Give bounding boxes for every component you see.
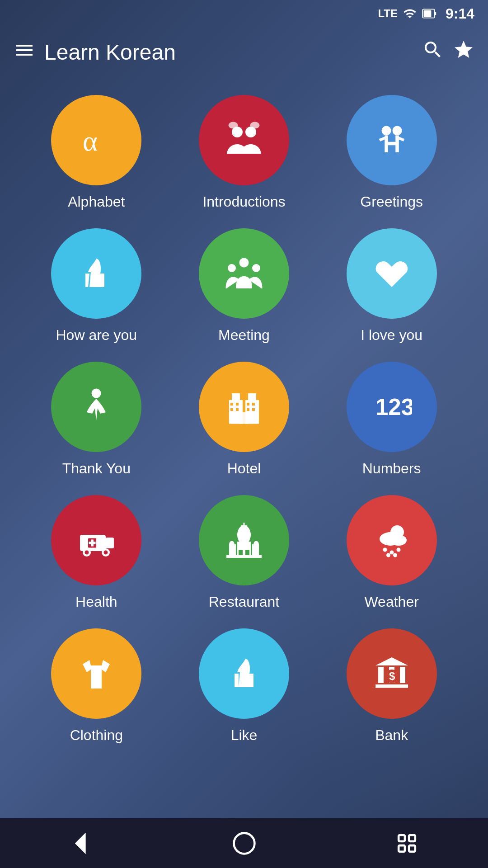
clothing-label: Clothing — [70, 727, 123, 744]
svg-rect-71 — [399, 835, 405, 841]
thank-you-label: Thank You — [62, 460, 131, 477]
numbers-icon: 123 — [347, 362, 437, 452]
grid-item-hotel[interactable]: Hotel — [175, 362, 314, 477]
svg-rect-51 — [239, 550, 243, 555]
like-icon — [199, 628, 289, 719]
svg-point-18 — [92, 389, 101, 398]
grid-item-introductions[interactable]: Introductions — [175, 95, 314, 210]
navigation-bar — [0, 818, 488, 868]
back-button[interactable] — [63, 825, 99, 861]
svg-point-36 — [85, 551, 89, 555]
svg-point-16 — [228, 264, 236, 272]
grid-item-i-love-you[interactable]: I love you — [322, 228, 461, 344]
grid-item-clothing[interactable]: Clothing — [27, 628, 166, 744]
svg-rect-41 — [89, 542, 96, 544]
svg-rect-65 — [400, 667, 405, 683]
svg-rect-25 — [230, 408, 233, 411]
svg-rect-27 — [247, 403, 249, 406]
status-icons: LTE — [378, 7, 438, 20]
svg-text:123: 123 — [375, 394, 412, 420]
svg-point-42 — [237, 525, 251, 544]
hotel-icon — [199, 362, 289, 452]
restaurant-icon — [199, 495, 289, 585]
numbers-label: Numbers — [362, 460, 421, 477]
meeting-label: Meeting — [218, 327, 270, 344]
how-are-you-icon — [51, 228, 141, 319]
svg-rect-72 — [409, 835, 415, 841]
svg-rect-21 — [232, 393, 240, 401]
svg-point-60 — [393, 553, 397, 557]
svg-rect-73 — [399, 845, 405, 852]
svg-rect-30 — [252, 408, 255, 411]
svg-rect-61 — [235, 674, 239, 687]
i-love-you-label: I love you — [361, 327, 422, 344]
bank-label: Bank — [375, 727, 408, 744]
svg-point-38 — [104, 551, 108, 555]
menu-button[interactable] — [14, 39, 35, 65]
svg-text:$: $ — [389, 670, 395, 682]
svg-rect-63 — [378, 667, 384, 683]
grid-item-greetings[interactable]: Greetings — [322, 95, 461, 210]
svg-point-47 — [229, 541, 235, 548]
grid-item-thank-you[interactable]: Thank You — [27, 362, 166, 477]
battery-icon — [422, 7, 438, 20]
meeting-icon — [199, 228, 289, 319]
weather-icon — [347, 495, 437, 585]
introductions-icon — [199, 95, 289, 185]
bank-icon: $ — [347, 628, 437, 719]
i-love-you-icon — [347, 228, 437, 319]
grid-item-bank[interactable]: $ Bank — [322, 628, 461, 744]
home-button[interactable] — [226, 825, 262, 861]
svg-point-15 — [239, 258, 249, 268]
svg-point-58 — [396, 548, 400, 552]
restaurant-label: Restaurant — [209, 594, 280, 610]
svg-rect-52 — [245, 550, 249, 555]
svg-rect-46 — [226, 555, 262, 558]
svg-point-59 — [386, 553, 390, 557]
search-button[interactable] — [422, 39, 444, 65]
svg-point-55 — [390, 535, 407, 546]
svg-rect-26 — [236, 408, 239, 411]
signal-icon — [403, 7, 417, 20]
svg-rect-22 — [248, 393, 256, 401]
svg-marker-62 — [375, 657, 408, 665]
category-grid: α Alphabet Introductions — [0, 77, 488, 762]
grid-item-alphabet[interactable]: α Alphabet — [27, 95, 166, 210]
greetings-icon — [347, 95, 437, 185]
favorites-button[interactable] — [453, 39, 474, 65]
clock: 9:14 — [446, 5, 474, 22]
svg-point-56 — [383, 548, 387, 552]
svg-rect-50 — [243, 523, 244, 527]
svg-point-6 — [228, 122, 238, 129]
page-title: Learn Korean — [44, 40, 413, 65]
grid-item-numbers[interactable]: 123 Numbers — [322, 362, 461, 477]
how-are-you-label: How are you — [56, 327, 137, 344]
svg-point-70 — [234, 833, 254, 854]
svg-rect-28 — [252, 403, 255, 406]
svg-rect-24 — [236, 403, 239, 406]
svg-point-48 — [253, 541, 259, 548]
svg-rect-23 — [230, 403, 233, 406]
grid-item-health[interactable]: Health — [27, 495, 166, 610]
svg-rect-66 — [375, 684, 408, 688]
svg-point-17 — [252, 264, 260, 272]
grid-item-like[interactable]: Like — [175, 628, 314, 744]
app-header: Learn Korean — [0, 27, 488, 77]
grid-item-weather[interactable]: Weather — [322, 495, 461, 610]
svg-rect-1 — [435, 12, 436, 15]
like-label: Like — [231, 727, 258, 744]
health-icon — [51, 495, 141, 585]
recents-button[interactable] — [389, 825, 425, 861]
greetings-label: Greetings — [360, 193, 423, 210]
lte-icon: LTE — [378, 7, 398, 20]
grid-item-restaurant[interactable]: Restaurant — [175, 495, 314, 610]
health-label: Health — [75, 594, 117, 610]
weather-label: Weather — [364, 594, 418, 610]
svg-rect-2 — [424, 10, 432, 17]
grid-item-meeting[interactable]: Meeting — [175, 228, 314, 344]
svg-point-57 — [389, 551, 394, 555]
thank-you-icon — [51, 362, 141, 452]
alphabet-icon: α — [51, 95, 141, 185]
svg-point-9 — [392, 126, 402, 136]
grid-item-how-are-you[interactable]: How are you — [27, 228, 166, 344]
